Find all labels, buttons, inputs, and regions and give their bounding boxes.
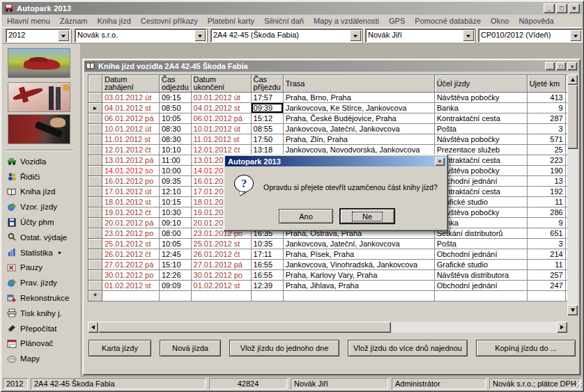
row-header[interactable] — [89, 134, 102, 145]
cell[interactable]: 10:35 — [251, 239, 283, 249]
cell[interactable]: 10.01.2012 út — [191, 124, 251, 134]
row-header[interactable] — [89, 93, 102, 103]
chevron-down-icon[interactable] — [350, 30, 361, 41]
sidebar-item-prepocitat[interactable]: Přepočítat — [3, 321, 80, 336]
child-minimize-button[interactable]: _ — [545, 62, 555, 70]
cell[interactable]: Praha, České Budějovice, Praha — [283, 113, 434, 124]
cell[interactable]: 10:15 — [160, 197, 192, 207]
cell[interactable]: 23.01.2012 po — [102, 228, 160, 239]
cell[interactable]: 9 — [527, 218, 565, 228]
row-header[interactable] — [89, 218, 102, 228]
cell[interactable]: Kontraktační cesta — [434, 113, 527, 124]
row-header[interactable] — [89, 249, 102, 260]
menu-item-pomocne-databaze[interactable]: Pomocné databáze — [410, 15, 486, 26]
cell[interactable]: 11.01.2012 st — [191, 134, 251, 145]
cell[interactable]: 17:50 — [251, 134, 283, 145]
chevron-down-icon[interactable] — [194, 30, 206, 41]
cell[interactable]: 12:26 — [160, 270, 192, 281]
sidebar-item-statistika[interactable]: Statistika► — [3, 245, 80, 260]
kopiruj-jizdu-do-button[interactable]: Kopíruj jízdu do ... — [476, 340, 576, 356]
cell[interactable]: 03.01.2012 út — [191, 93, 251, 103]
cell[interactable]: 26.01.2012 čt — [191, 249, 251, 260]
menu-item-okno[interactable]: Okno — [486, 15, 514, 26]
cell[interactable]: Pošta — [434, 124, 527, 134]
cell[interactable]: 25 — [527, 145, 565, 155]
cell[interactable]: Jankovcova, Vinohradská, Jankovcova — [283, 260, 434, 270]
cell[interactable]: 286 — [527, 207, 565, 218]
row-header[interactable] — [89, 207, 102, 218]
cell[interactable]: Kontraktační cesta — [434, 155, 527, 166]
cell[interactable]: 651 — [527, 228, 565, 239]
menu-item-cestovni-prikazy[interactable]: Cestovní příkazy — [136, 15, 203, 26]
menu-item-hlavni-menu[interactable]: Hlavní menu — [2, 15, 55, 26]
chevron-down-icon[interactable] — [463, 30, 474, 41]
cell[interactable]: Obchodní jednání — [434, 281, 527, 291]
cell[interactable]: 09:35 — [160, 176, 192, 187]
combo-novak-jiri[interactable]: Novák Jiří — [365, 29, 475, 42]
cell[interactable]: 25.01.2012 st — [191, 239, 251, 249]
cell[interactable]: Návštěva distributora — [434, 270, 527, 281]
cell[interactable]: 16:55 — [251, 260, 283, 270]
cell[interactable] — [434, 291, 527, 301]
vloz-jizdu-do-jednoho-dne-button[interactable]: Vlož jízdu do jednoho dne — [229, 340, 339, 356]
cell[interactable]: Banka — [434, 103, 527, 113]
sidebar-item-kniha-jizd[interactable]: Kniha jízd — [3, 185, 80, 200]
cell[interactable]: Návštěva pobočky — [434, 166, 527, 176]
cell[interactable]: Praha, Zlín, Praha — [283, 134, 434, 145]
row-header[interactable] — [89, 281, 102, 291]
combo-novak-s-r-o[interactable]: Novák s.r.o. — [75, 29, 207, 42]
cell[interactable]: 12:10 — [160, 187, 192, 197]
cell[interactable]: Návštěva pobočky — [434, 207, 527, 218]
no-button[interactable]: Ne — [340, 209, 394, 224]
cell[interactable] — [102, 291, 160, 301]
cell[interactable]: 15:12 — [251, 113, 283, 124]
cell[interactable]: 30.01.2012 po — [191, 270, 251, 281]
karta-jizdy-button[interactable]: Karta jízdy — [89, 340, 151, 356]
vertical-scrollbar[interactable] — [567, 75, 578, 315]
cell[interactable]: Kontraktační cesta — [434, 187, 527, 197]
cell[interactable]: 09:15 — [160, 93, 192, 103]
cell[interactable]: 257 — [527, 270, 565, 281]
vloz-jizdu-do-vice-dnu-najednou-button[interactable]: Vlož jízdu do více dnů najednou — [348, 340, 468, 356]
cell[interactable]: Praha, Karlovy Vary, Praha — [283, 270, 434, 281]
cell[interactable]: 13 — [527, 176, 565, 187]
vertical-scroll-thumb[interactable] — [567, 85, 578, 149]
cell[interactable]: 17:11 — [251, 249, 283, 260]
cell[interactable]: Banka — [434, 218, 527, 228]
cell[interactable]: 214 — [527, 249, 565, 260]
cell[interactable]: 27.01.2012 pá — [191, 260, 251, 270]
menu-item-gps[interactable]: GPS — [384, 15, 410, 26]
row-header[interactable] — [89, 239, 102, 249]
cell[interactable]: 08:55 — [251, 124, 283, 134]
cell[interactable]: 19.01.2012 čt — [102, 207, 160, 218]
cell[interactable]: 01.02.2012 st — [191, 281, 251, 291]
cell[interactable]: 10:10 — [160, 145, 192, 155]
sidebar-item-vozidla[interactable]: Vozidla — [3, 154, 80, 169]
cell[interactable]: Obchodní jednání — [434, 249, 527, 260]
cell[interactable]: Jankovcova, Jateční, Jankovcova — [283, 124, 434, 134]
sidebar-item-vzor-jizdy[interactable]: Vzor. jízdy — [3, 199, 80, 214]
cell[interactable]: 03.01.2012 út — [102, 93, 160, 103]
cell[interactable] — [160, 291, 192, 301]
cell[interactable]: 9 — [527, 103, 565, 113]
cell[interactable]: Praha, Písek, Praha — [283, 249, 434, 260]
cell[interactable]: 25.01.2012 st — [102, 239, 160, 249]
cell[interactable]: 09:09 — [160, 281, 192, 291]
cell[interactable]: 06.01.2012 pá — [191, 113, 251, 124]
sidebar-item-prav-jizdy[interactable]: Prav. jízdy — [3, 275, 80, 290]
cell[interactable]: Praha, Jihlava, Praha — [283, 281, 434, 291]
row-header[interactable] — [89, 197, 102, 207]
cell[interactable]: 14.01.2012 so — [102, 166, 160, 176]
cell[interactable]: 20.01.2012 pá — [102, 218, 160, 228]
cell[interactable]: 09:10 — [160, 218, 192, 228]
cell[interactable]: 08:30 — [160, 124, 192, 134]
cell[interactable]: 26.01.2012 čt — [102, 249, 160, 260]
cell[interactable]: 27.01.2012 pá — [102, 260, 160, 270]
cell[interactable]: Návštěva pobočky — [434, 93, 527, 103]
cell[interactable]: Prezentace služeb — [434, 145, 527, 155]
cell[interactable]: 08:00 — [160, 228, 192, 239]
cell[interactable]: Jankovcova, Jateční, Jankovcova — [283, 239, 434, 249]
row-header[interactable] — [89, 145, 102, 155]
cell[interactable]: 13.01.2012 pá — [102, 155, 160, 166]
row-header[interactable] — [89, 166, 102, 176]
